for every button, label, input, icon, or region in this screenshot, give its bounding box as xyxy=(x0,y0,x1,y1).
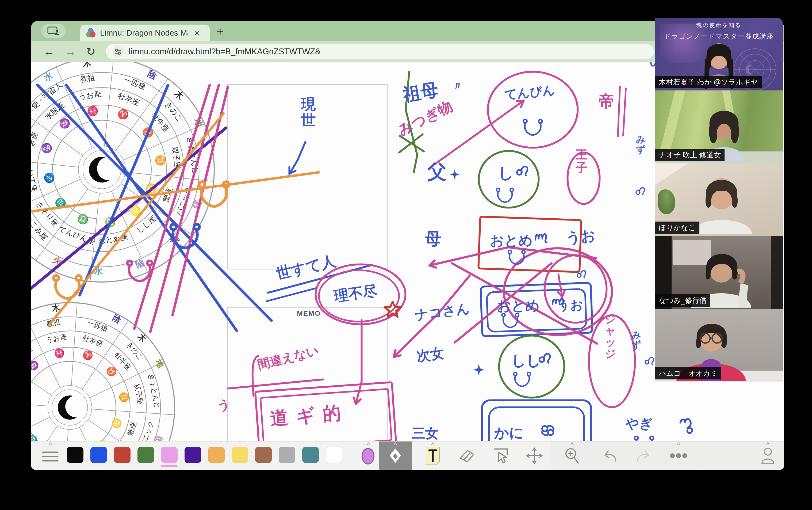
tab-overview-button[interactable] xyxy=(41,24,66,38)
user-button[interactable]: ^ xyxy=(753,442,783,470)
handwriting-text: おとめ xyxy=(490,232,533,248)
color-swatch-orange[interactable] xyxy=(208,447,225,463)
select-tool-button[interactable] xyxy=(487,442,514,470)
back-button[interactable]: ← xyxy=(43,46,55,57)
color-swatch-red[interactable] xyxy=(114,447,130,463)
eraser-button[interactable] xyxy=(454,442,480,470)
wheel-label: 天使・宇宙人 xyxy=(31,326,31,359)
redo-icon xyxy=(635,448,653,463)
wheel-spoke xyxy=(31,400,48,406)
handwriting-stroke xyxy=(266,288,317,301)
wheel-label: 地 xyxy=(154,358,166,369)
screen: { "browser": { "tab": {"title":"Limnu: D… xyxy=(0,0,812,510)
participant-name: なつみ_修行僧 xyxy=(655,294,710,307)
handwriting-text: 母 xyxy=(424,229,441,248)
handwriting-text: ナコさん xyxy=(414,301,471,323)
screen-share-icon xyxy=(47,27,60,36)
capricorn-symbol xyxy=(681,419,692,433)
handwriting-text: 間違えない xyxy=(256,343,320,372)
text-tool-button[interactable]: ^ xyxy=(419,442,446,470)
tab-close-icon[interactable]: × xyxy=(194,28,200,37)
limnu-toolbar: ^^^^^^^ xyxy=(31,441,784,470)
wheel-label: うお座 xyxy=(78,89,102,101)
wheel-label: ♓ xyxy=(53,347,65,359)
cancer-symbol xyxy=(542,426,553,435)
node-symbol xyxy=(54,276,81,299)
wheel-label: 牡羊座 xyxy=(82,334,103,348)
wheel-label: 木 xyxy=(82,62,92,69)
leo-symbol xyxy=(636,188,644,195)
video-tile-5[interactable]: ハムコ オオカミ xyxy=(655,309,783,381)
address-bar[interactable]: limnu.com/d/draw.html?b=B_fmMKAGnZSTWTWZ… xyxy=(106,44,654,59)
video-tile-3[interactable]: ほりかなこ xyxy=(655,163,783,236)
handwriting-text: 〃 xyxy=(452,80,463,92)
handwriting-text: し xyxy=(498,164,514,181)
redo-button[interactable] xyxy=(630,442,659,470)
handwriting-text: 次女 xyxy=(415,345,445,364)
handwriting-text: 道ギ的 xyxy=(269,401,350,428)
handwriting-text: 三女 xyxy=(412,426,439,441)
handwriting-stroke xyxy=(488,72,578,148)
wheel-label: ♈ xyxy=(81,349,95,362)
wheel-spoke xyxy=(31,349,52,395)
current-color-indicator[interactable] xyxy=(362,448,374,464)
wheel-label: 陰 xyxy=(111,313,123,325)
arrow-head xyxy=(562,291,565,297)
memo-label: MEMO xyxy=(297,309,321,317)
handwriting-text: 世すて人 xyxy=(274,252,337,282)
wheel-label: 蟹座 xyxy=(161,187,174,203)
color-swatch-brown[interactable] xyxy=(255,447,272,463)
color-swatch-blue[interactable] xyxy=(90,447,107,463)
video-tile-1[interactable]: 魂の使命を知るドラゴンノードマスター養成講座木村若夏子 わか @ソラホギヤ xyxy=(655,18,783,90)
color-swatch-white[interactable] xyxy=(326,447,342,463)
color-swatch-black[interactable] xyxy=(67,447,84,463)
handwriting-text: みず xyxy=(636,134,645,155)
color-swatch-light-violet[interactable] xyxy=(161,447,178,463)
wheel-label: 木 xyxy=(136,332,148,344)
participant-name: ハムコ オオカミ xyxy=(655,367,721,379)
site-settings-icon[interactable] xyxy=(113,46,123,57)
color-swatch-green[interactable] xyxy=(138,447,154,463)
expand-caret[interactable]: ^ xyxy=(367,441,370,449)
video-tile-2[interactable]: ナオ子 吹上 修道女 xyxy=(655,90,783,163)
move-tool-button[interactable] xyxy=(521,442,548,470)
wheel-label: やぎ座 xyxy=(31,131,39,155)
more-icon xyxy=(669,452,688,459)
wheel-spoke xyxy=(71,303,77,386)
star4-symbol xyxy=(473,364,484,375)
leo-symbol xyxy=(539,354,550,363)
node-symbol xyxy=(523,120,542,135)
participant-name: ほりかなこ xyxy=(655,222,699,234)
node-symbol xyxy=(497,188,513,202)
zoom-button[interactable]: ^ xyxy=(558,442,587,470)
node-symbol xyxy=(514,372,531,387)
handwriting-text: 現世 xyxy=(300,95,316,129)
color-swatch-gray[interactable] xyxy=(279,447,295,463)
video-tile-4[interactable]: なつみ_修行僧 xyxy=(655,236,783,309)
color-swatch-yellow[interactable] xyxy=(232,447,248,463)
wheel-label: 牡羊座 xyxy=(117,91,141,107)
new-tab-button[interactable]: + xyxy=(217,26,223,37)
virgo-symbol xyxy=(536,234,547,243)
color-swatch-teal[interactable] xyxy=(302,447,319,463)
participant-name: ナオ子 吹上 修道女 xyxy=(655,149,725,161)
wheel-label: ♊ xyxy=(154,154,167,167)
wheel-label: 一匹狼 xyxy=(123,76,147,91)
menu-button[interactable] xyxy=(42,451,59,463)
move-icon xyxy=(526,447,543,464)
select-icon xyxy=(493,447,509,464)
handwriting-text: てんびん xyxy=(504,83,555,102)
expand-caret[interactable]: ^ xyxy=(49,441,52,449)
forward-button[interactable]: → xyxy=(65,46,76,57)
leo-symbol xyxy=(517,166,528,175)
more-options-button[interactable]: ^ xyxy=(664,442,693,470)
tab-limnu[interactable]: Limnu: Dragon Nodes Master × xyxy=(80,25,210,41)
color-swatch-purple[interactable] xyxy=(185,447,201,463)
reload-button[interactable]: ↻ xyxy=(86,46,95,57)
undo-button[interactable] xyxy=(594,442,624,470)
arrow-head xyxy=(517,101,524,101)
wheel-label: 双子座 xyxy=(133,383,144,405)
eraser-icon xyxy=(458,448,476,463)
wheel-label: ♊ xyxy=(118,391,130,403)
pen-tool-button[interactable]: ^ xyxy=(379,442,412,470)
